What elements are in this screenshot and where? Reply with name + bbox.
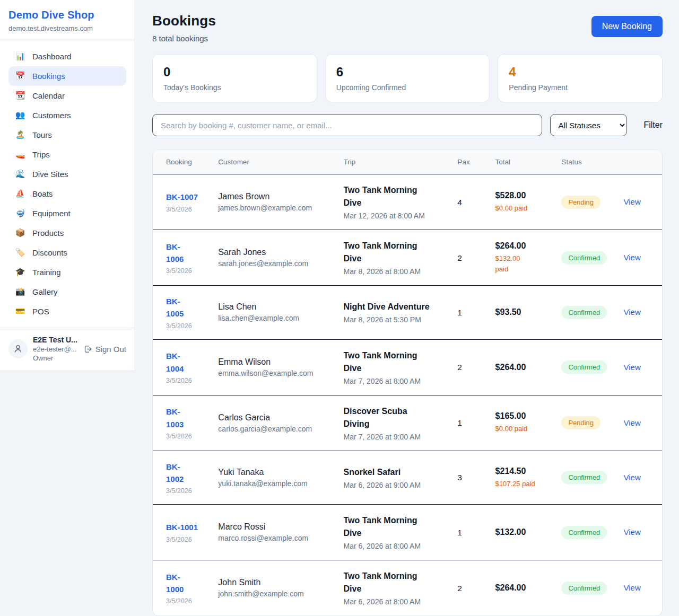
- view-link[interactable]: View: [623, 473, 640, 482]
- table-row: BK- 1005 3/5/2026 Lisa Chen lisa.chen@ex…: [153, 286, 662, 340]
- table-row: BK- 1004 3/5/2026 Emma Wilson emma.wilso…: [153, 339, 662, 395]
- table-row: BK- 1003 3/5/2026 Carlos Garcia carlos.g…: [153, 395, 662, 451]
- brand-block: Demo Dive Shop demo.test.divestreams.com: [0, 0, 135, 40]
- pax-count: 2: [451, 230, 489, 286]
- sidebar-item-trips[interactable]: 🚤 Trips: [8, 145, 126, 164]
- sign-out-icon: [83, 345, 92, 354]
- trip-datetime: Mar 6, 2026 at 9:00 AM: [344, 481, 445, 489]
- customer-email: john.smith@example.com: [218, 589, 330, 598]
- stats-row: 0 Today's Bookings 6 Upcoming Confirmed …: [152, 54, 663, 102]
- bookings-table: Booking Customer Trip Pax Total Status B…: [153, 150, 662, 615]
- trip-name: Two Tank Morning Dive: [344, 240, 445, 265]
- customer-name: Emma Wilson: [218, 357, 330, 367]
- view-link[interactable]: View: [623, 583, 640, 592]
- sidebar-item-dive-sites[interactable]: 🌊 Dive Sites: [8, 164, 126, 184]
- customer-name: Lisa Chen: [218, 302, 330, 312]
- trip-name: Night Dive Adventure: [344, 301, 445, 313]
- sign-out-button[interactable]: Sign Out: [83, 345, 126, 354]
- table-row: BK- 1000 3/5/2026 John Smith john.smith@…: [153, 560, 662, 616]
- sidebar-item-label: Dive Sites: [32, 170, 68, 179]
- customer-email: lisa.chen@example.com: [218, 314, 330, 322]
- booking-link[interactable]: BK-1001: [166, 521, 205, 533]
- user-email: e2e-tester@...: [33, 345, 78, 353]
- stat-label: Upcoming Confirmed: [336, 83, 479, 92]
- sidebar-nav: 📊 Dashboard 📅 Bookings 📆 Calendar 👥 Cust…: [0, 40, 135, 328]
- status-badge: Pending: [561, 196, 600, 209]
- customer-email: emma.wilson@example.com: [218, 369, 330, 377]
- status-badge: Confirmed: [561, 471, 607, 484]
- view-link[interactable]: View: [623, 197, 640, 206]
- booking-date: 3/5/2026: [166, 377, 205, 384]
- sidebar-item-boats[interactable]: ⛵ Boats: [8, 184, 126, 204]
- pax-count: 1: [451, 505, 489, 560]
- total-amount: $165.00: [495, 411, 549, 421]
- column-header-status: Status: [555, 150, 617, 174]
- sidebar-item-label: Products: [32, 228, 64, 237]
- equipment-icon: 🤿: [15, 209, 25, 217]
- table-row: BK-1007 3/5/2026 James Brown james.brown…: [153, 174, 662, 230]
- table-row: BK-1001 3/5/2026 Marco Rossi marco.rossi…: [153, 505, 662, 560]
- filter-button[interactable]: Filter: [643, 120, 663, 130]
- customer-email: sarah.jones@example.com: [218, 259, 330, 268]
- sidebar-item-label: Trips: [32, 150, 50, 159]
- sidebar-item-dashboard[interactable]: 📊 Dashboard: [8, 47, 126, 66]
- sidebar-item-equipment[interactable]: 🤿 Equipment: [8, 204, 126, 223]
- discounts-icon: 🏷️: [15, 249, 25, 257]
- trip-name: Two Tank Morning Dive: [344, 514, 445, 540]
- booking-link[interactable]: BK- 1003: [166, 406, 205, 430]
- trip-datetime: Mar 6, 2026 at 8:00 AM: [344, 597, 445, 606]
- booking-link[interactable]: BK- 1004: [166, 350, 205, 375]
- view-link[interactable]: View: [623, 363, 640, 372]
- status-badge: Confirmed: [561, 526, 607, 539]
- customers-icon: 👥: [15, 111, 25, 119]
- total-amount: $264.00: [495, 583, 549, 593]
- stat-label: Pending Payment: [509, 83, 651, 92]
- paid-amount: $132.00 paid: [495, 253, 549, 274]
- dive-sites-icon: 🌊: [15, 170, 25, 178]
- user-name: E2E Test U...: [33, 336, 78, 344]
- new-booking-button[interactable]: New Booking: [591, 16, 663, 37]
- pax-count: 1: [451, 395, 489, 451]
- status-filter-select[interactable]: All Statuses: [550, 114, 627, 136]
- sidebar-item-tours[interactable]: 🏝️ Tours: [8, 125, 126, 145]
- page-header: Bookings 8 total bookings New Booking: [152, 13, 663, 43]
- calendar-icon: 📆: [15, 92, 25, 100]
- sidebar-item-training[interactable]: 🎓 Training: [8, 262, 126, 282]
- column-header-customer: Customer: [212, 150, 337, 174]
- customer-name: Marco Rossi: [218, 522, 330, 532]
- status-badge: Confirmed: [561, 360, 607, 374]
- sidebar-item-label: Boats: [32, 189, 53, 198]
- sidebar-item-calendar[interactable]: 📆 Calendar: [8, 86, 126, 105]
- products-icon: 📦: [15, 229, 25, 237]
- customer-name: John Smith: [218, 578, 330, 587]
- booking-link[interactable]: BK- 1000: [166, 571, 205, 596]
- user-role: Owner: [33, 354, 78, 362]
- sidebar-item-bookings[interactable]: 📅 Bookings: [8, 66, 126, 86]
- status-badge: Pending: [561, 416, 600, 429]
- sidebar-item-customers[interactable]: 👥 Customers: [8, 105, 126, 125]
- booking-link[interactable]: BK- 1002: [166, 461, 205, 486]
- total-amount: $528.00: [495, 191, 549, 200]
- view-link[interactable]: View: [623, 527, 640, 536]
- booking-link[interactable]: BK- 1005: [166, 295, 205, 320]
- search-input[interactable]: [152, 114, 542, 136]
- view-link[interactable]: View: [623, 307, 640, 316]
- trip-name: Snorkel Safari: [344, 466, 445, 479]
- stat-value: 6: [336, 65, 479, 80]
- sidebar-item-gallery[interactable]: 📸 Gallery: [8, 282, 126, 302]
- booking-link[interactable]: BK- 1006: [166, 241, 205, 266]
- status-badge: Confirmed: [561, 306, 607, 319]
- sidebar-item-discounts[interactable]: 🏷️ Discounts: [8, 243, 126, 262]
- stat-value: 4: [509, 65, 651, 80]
- view-link[interactable]: View: [623, 253, 640, 262]
- sidebar-user-section: E2E Test U... e2e-tester@... Owner Sign …: [0, 328, 135, 371]
- stat-value: 0: [163, 65, 306, 80]
- view-link[interactable]: View: [623, 418, 640, 427]
- sidebar-item-products[interactable]: 📦 Products: [8, 223, 126, 243]
- total-amount: $132.00: [495, 527, 549, 537]
- sidebar-item-pos[interactable]: 💳 POS: [8, 302, 126, 321]
- paid-amount: $0.00 paid: [495, 203, 549, 214]
- sidebar-item-label: Calendar: [32, 91, 65, 100]
- sidebar-item-label: Customers: [32, 111, 71, 120]
- booking-link[interactable]: BK-1007: [166, 191, 205, 203]
